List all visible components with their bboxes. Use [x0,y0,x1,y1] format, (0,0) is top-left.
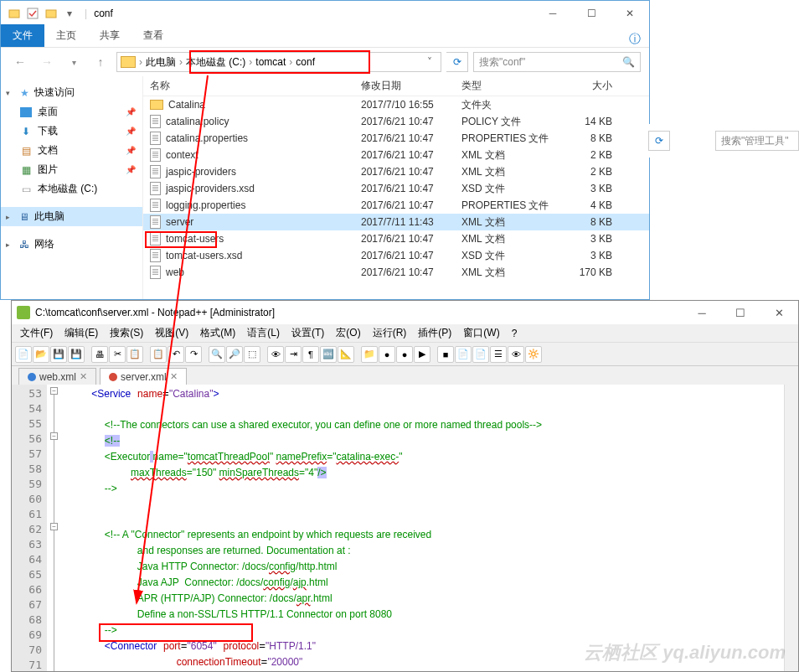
file-row[interactable]: Catalina2017/7/10 16:55文件夹 [143,96,649,113]
file-row[interactable]: logging.properties2017/6/21 10:47PROPERT… [143,197,649,214]
editor[interactable]: 53 54 55 56 57 58 59 60 61 62 63 64 65 6… [12,385,798,671]
col-name[interactable]: 名称 [143,79,361,93]
sidebar-this-pc[interactable]: ▸🖥此电脑 [1,207,142,226]
maximize-button[interactable]: ☐ [721,301,760,324]
file-row[interactable]: server2017/7/11 11:43XML 文档8 KB [143,214,649,230]
toolbar-button[interactable]: ▶ [414,346,430,363]
fold-toggle[interactable]: − [50,432,58,440]
menu-item[interactable]: 格式(M) [195,324,240,342]
toolbar-button[interactable]: ● [379,346,395,363]
forward-button[interactable]: → [36,51,58,73]
close-icon[interactable]: ✕ [80,371,87,382]
menu-item[interactable]: 语言(L) [242,324,285,342]
toolbar-button[interactable]: 📋 [126,346,143,363]
address-dropdown-icon[interactable]: ˅ [422,56,437,68]
search-input[interactable]: 搜索"conf" 🔍 [473,52,641,72]
col-type[interactable]: 类型 [461,79,562,93]
menu-item[interactable]: 编辑(E) [59,324,103,342]
fold-toggle[interactable]: − [50,387,58,395]
up-button[interactable]: ↑ [90,51,111,73]
toolbar-button[interactable]: 💾 [50,346,67,363]
recent-dropdown[interactable]: ▾ [63,51,85,73]
menu-item[interactable]: 设置(T) [286,324,329,342]
toolbar-button[interactable]: 📄 [455,346,472,363]
sidebar-item-cdrive[interactable]: ▭本地磁盘 (C:) [1,179,142,199]
toolbar-button[interactable]: 🔤 [320,346,337,363]
toolbar-button[interactable]: ☰ [490,346,507,363]
toolbar-button[interactable]: ■ [437,346,454,363]
toolbar-button[interactable]: 🔍 [209,346,225,363]
back-button[interactable]: ← [9,51,31,73]
address-bar[interactable]: ›此电脑›本地磁盘 (C:)›tomcat›conf˅ [116,52,441,72]
file-row[interactable]: jaspic-providers2017/6/21 10:47XML 文档2 K… [143,163,649,180]
code-area[interactable]: <Service name="Catalina"> <!--The connec… [62,385,784,671]
toolbar-button[interactable]: 👁 [508,346,524,363]
vertical-scrollbar[interactable] [784,385,798,671]
minimize-button[interactable]: ─ [534,1,572,26]
help-icon[interactable]: ⓘ [629,32,641,47]
menu-item[interactable]: 视图(V) [150,324,193,342]
fold-margin[interactable]: − − − [47,385,62,671]
toolbar-button[interactable]: ✂ [109,346,126,363]
file-row[interactable]: tomcat-users2017/6/21 10:47XML 文档3 KB [143,230,649,247]
file-row[interactable]: context2017/6/21 10:47XML 文档2 KB [143,147,649,163]
file-row[interactable]: jaspic-providers.xsd2017/6/21 10:47XSD 文… [143,180,649,197]
search-input[interactable]: 搜索"管理工具" [715,131,799,151]
qat-checkbox-icon[interactable] [26,7,39,20]
sidebar-item-desktop[interactable]: 桌面📌 [1,102,142,121]
close-button[interactable]: ✕ [611,1,649,26]
toolbar-button[interactable]: 📂 [33,346,49,363]
refresh-button[interactable]: ⟳ [446,52,468,72]
col-date[interactable]: 修改日期 [361,79,461,93]
toolbar-button[interactable]: 📁 [361,346,378,363]
refresh-button[interactable]: ⟳ [648,131,670,151]
column-headers[interactable]: 名称 修改日期 类型 大小 [143,76,649,96]
fold-toggle[interactable]: − [50,523,58,530]
breadcrumb-segment[interactable]: 本地磁盘 (C:) [186,55,245,70]
menu-item[interactable]: 窗口(W) [458,324,504,342]
menu-item[interactable]: 搜索(S) [105,324,148,342]
menu-item[interactable]: 文件(F) [15,324,58,342]
breadcrumb-segment[interactable]: 此电脑 [146,55,176,70]
sidebar-item-downloads[interactable]: ⬇下载📌 [1,121,142,141]
toolbar-button[interactable]: 👁 [267,346,284,363]
toolbar-button[interactable]: ⇥ [285,346,302,363]
toolbar-button[interactable]: 💾 [68,346,85,363]
toolbar-button[interactable]: 📋 [150,346,167,363]
sidebar-item-documents[interactable]: ▤文档📌 [1,141,142,160]
file-row[interactable]: catalina.properties2017/6/21 10:47PROPER… [143,130,649,147]
menu-item[interactable]: 运行(R) [368,324,412,342]
minimize-button[interactable]: ─ [683,301,721,324]
col-size[interactable]: 大小 [562,79,629,93]
toolbar-button[interactable]: ⬚ [244,346,260,363]
file-row[interactable]: catalina.policy2017/6/21 10:47POLICY 文件1… [143,113,649,130]
file-row[interactable]: tomcat-users.xsd2017/6/21 10:47XSD 文件3 K… [143,247,649,264]
toolbar-button[interactable]: 📐 [338,346,354,363]
sidebar-quick-access[interactable]: ▾★快速访问 [1,83,142,102]
qat-folder-icon[interactable] [44,7,58,20]
document-tab[interactable]: server.xml✕ [100,368,187,385]
breadcrumb-segment[interactable]: conf [296,56,315,68]
close-button[interactable]: ✕ [760,301,798,324]
file-list[interactable]: Catalina2017/7/10 16:55文件夹catalina.polic… [143,96,649,299]
toolbar-button[interactable]: ¶ [302,346,319,363]
menu-item[interactable]: ? [507,326,523,341]
maximize-button[interactable]: ☐ [572,1,611,26]
toolbar[interactable]: 📄📂💾💾🖶✂📋📋↶↷🔍🔎⬚👁⇥¶🔤📐📁●●▶■📄📄☰👁🔆 [12,343,798,366]
toolbar-button[interactable]: 🔎 [226,346,243,363]
tab-file[interactable]: 文件 [1,24,44,47]
menu-item[interactable]: 宏(O) [331,324,365,342]
toolbar-button[interactable]: 🖶 [91,346,108,363]
toolbar-button[interactable]: 📄 [472,346,489,363]
tab-share[interactable]: 共享 [88,24,131,47]
toolbar-button[interactable]: ↷ [185,346,202,363]
qat-dropdown-icon[interactable]: ▾ [63,7,76,20]
tab-view[interactable]: 查看 [131,24,175,47]
breadcrumb-segment[interactable]: tomcat [255,56,286,68]
toolbar-button[interactable]: 📄 [15,346,32,363]
document-tab[interactable]: web.xml✕ [18,368,96,385]
toolbar-button[interactable]: ● [396,346,413,363]
file-row[interactable]: web2017/6/21 10:47XML 文档170 KB [143,264,649,281]
menu-bar[interactable]: 文件(F)编辑(E)搜索(S)视图(V)格式(M)语言(L)设置(T)宏(O)运… [12,324,798,343]
menu-item[interactable]: 插件(P) [413,324,456,342]
